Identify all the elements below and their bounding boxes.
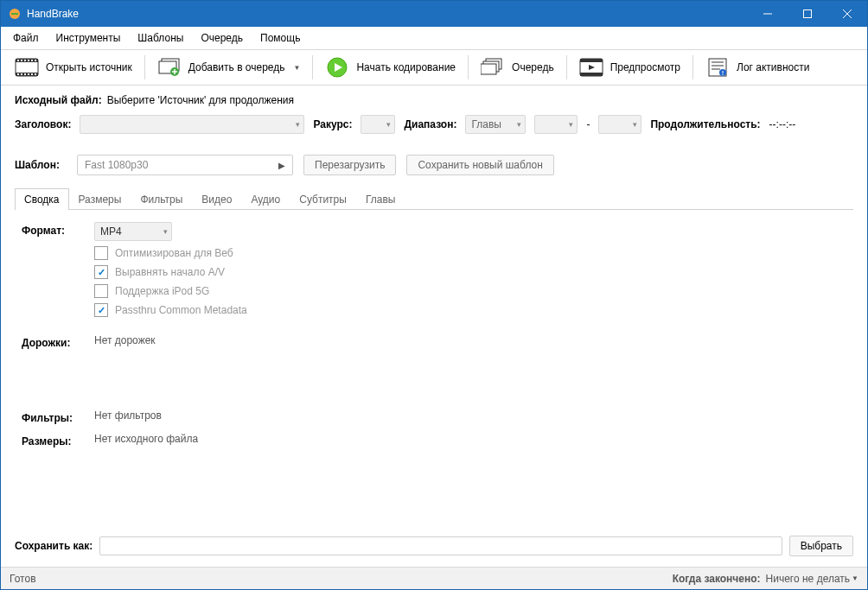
svg-rect-18	[28, 73, 29, 75]
open-source-label: Открыть источник	[46, 61, 132, 73]
duration-label: Продолжительность:	[650, 118, 760, 130]
tab-content-summary: Формат: MP4 Оптимизирован для Веб Выравн…	[15, 210, 853, 522]
chevron-right-icon: ▶	[278, 161, 285, 170]
tab-audio[interactable]: Аудио	[241, 188, 290, 210]
minimize-button[interactable]	[748, 1, 788, 27]
preview-button[interactable]: Предпросмотр	[572, 54, 687, 81]
preset-label: Шаблон:	[15, 159, 67, 171]
svg-rect-11	[24, 60, 26, 61]
play-icon	[325, 57, 349, 78]
svg-rect-31	[481, 64, 496, 74]
checkbox-web-optimized[interactable]	[94, 246, 108, 260]
activity-log-button[interactable]: Лог активности	[699, 54, 816, 81]
save-preset-button[interactable]: Сохранить новый шаблон	[406, 155, 553, 175]
separator	[144, 55, 145, 79]
menu-presets[interactable]: Шаблоны	[131, 29, 190, 47]
add-queue-icon	[157, 57, 182, 78]
svg-rect-14	[35, 60, 36, 61]
tab-chapters[interactable]: Главы	[356, 188, 405, 210]
checkbox-ipod-5g[interactable]	[94, 284, 108, 298]
range-start-select[interactable]	[534, 115, 578, 134]
svg-rect-34	[580, 73, 603, 76]
tracks-value: Нет дорожек	[94, 334, 846, 346]
chevron-down-icon: ▼	[294, 64, 301, 72]
angle-label: Ракурс:	[313, 118, 352, 130]
separator	[312, 55, 313, 79]
range-label: Диапазон:	[404, 118, 456, 130]
svg-rect-20	[35, 73, 36, 75]
start-encode-label: Начать кодирование	[356, 61, 456, 73]
svg-rect-1	[11, 13, 18, 15]
queue-button[interactable]: Очередь	[474, 54, 561, 81]
checkbox-ipod-5g-label: Поддержка iPod 5G	[115, 285, 209, 297]
start-encode-button[interactable]: Начать кодирование	[318, 54, 463, 81]
tab-video[interactable]: Видео	[192, 188, 241, 210]
separator	[468, 55, 469, 79]
open-source-button[interactable]: Открыть источник	[8, 54, 139, 81]
log-icon	[705, 57, 730, 78]
source-label: Исходный файл:	[15, 94, 102, 106]
save-as-row: Сохранить как: Выбрать	[1, 530, 867, 567]
tabs: Сводка Размеры Фильтры Видео Аудио Субти…	[15, 187, 853, 210]
checkbox-web-optimized-label: Оптимизирован для Веб	[115, 247, 233, 259]
browse-button[interactable]: Выбрать	[789, 536, 853, 556]
dimensions-label: Размеры:	[22, 433, 94, 447]
checkbox-align-av[interactable]	[94, 265, 108, 279]
range-end-select[interactable]	[598, 115, 641, 134]
svg-rect-9	[17, 60, 19, 61]
svg-rect-3	[804, 10, 812, 18]
save-as-input[interactable]	[99, 536, 782, 555]
angle-select[interactable]	[361, 115, 395, 134]
svg-rect-19	[31, 73, 33, 75]
checkbox-passthru-metadata-label: Passthru Common Metadata	[115, 304, 247, 316]
tab-filters[interactable]: Фильтры	[131, 188, 192, 210]
reload-preset-button[interactable]: Перезагрузить	[303, 155, 396, 175]
range-type-select[interactable]: Главы	[465, 115, 526, 134]
svg-rect-13	[31, 60, 33, 61]
separator	[692, 55, 693, 79]
tab-summary[interactable]: Сводка	[15, 188, 69, 210]
window-title: HandBrake	[27, 8, 748, 20]
toolbar: Открыть источник Добавить в очередь ▼ На…	[1, 50, 867, 86]
title-select[interactable]	[80, 115, 304, 134]
dimensions-value: Нет исходного файла	[94, 433, 846, 445]
filters-value: Нет фильтров	[94, 409, 846, 422]
svg-rect-15	[17, 73, 19, 75]
format-select[interactable]: MP4	[94, 222, 172, 241]
tracks-label: Дорожки:	[22, 334, 94, 349]
preset-select[interactable]: Fast 1080p30 ▶	[77, 155, 293, 175]
queue-icon	[481, 57, 505, 78]
svg-rect-16	[21, 73, 22, 75]
menu-tools[interactable]: Инструменты	[49, 29, 128, 47]
menubar: Файл Инструменты Шаблоны Очередь Помощь	[1, 27, 867, 50]
app-icon	[8, 7, 22, 21]
format-label: Формат:	[22, 222, 94, 237]
tab-dimensions[interactable]: Размеры	[69, 188, 131, 210]
menu-queue[interactable]: Очередь	[194, 29, 250, 47]
add-queue-button[interactable]: Добавить в очередь ▼	[150, 54, 308, 81]
filters-label: Фильтры:	[22, 409, 94, 424]
svg-rect-33	[580, 59, 603, 62]
svg-point-42	[722, 74, 723, 75]
close-button[interactable]	[827, 1, 867, 27]
when-done-label: Когда закончено:	[673, 573, 761, 585]
titlebar: HandBrake	[1, 1, 867, 27]
checkbox-passthru-metadata[interactable]	[94, 303, 108, 317]
duration-value: --:--:--	[769, 118, 796, 130]
tab-subtitles[interactable]: Субтитры	[290, 188, 356, 210]
preset-value: Fast 1080p30	[85, 159, 148, 171]
range-dash: -	[586, 118, 590, 130]
when-done-select[interactable]: Ничего не делать ▼	[766, 573, 858, 585]
statusbar: Готов Когда закончено: Ничего не делать …	[1, 567, 867, 589]
separator	[566, 55, 567, 79]
content-area: Исходный файл: Выберите 'Источник' для п…	[1, 86, 867, 530]
maximize-button[interactable]	[788, 1, 827, 27]
title-label: Заголовок:	[15, 118, 71, 130]
menu-file[interactable]: Файл	[6, 29, 46, 47]
add-queue-label: Добавить в очередь	[188, 61, 285, 73]
activity-log-label: Лог активности	[737, 61, 809, 73]
svg-rect-12	[28, 60, 29, 61]
chevron-down-icon: ▼	[852, 574, 858, 582]
source-value: Выберите 'Источник' для продолжения	[107, 94, 294, 106]
menu-help[interactable]: Помощь	[253, 29, 307, 47]
